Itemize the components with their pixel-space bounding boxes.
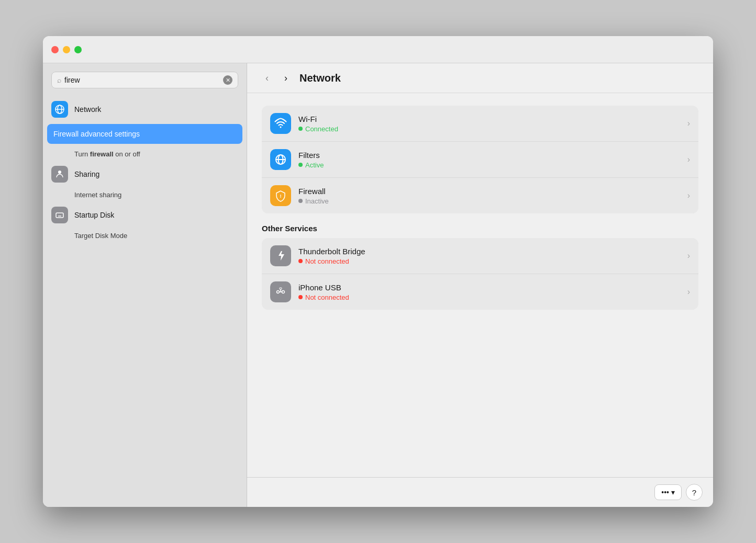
sidebar-item-sharing-label: Sharing [74,170,99,178]
sidebar-subitem-turn-firewall[interactable]: Turn firewall on or off [43,146,247,162]
startup-disk-icon [51,207,68,223]
firewall-status-dot [298,199,303,203]
iphone-usb-chevron-icon: › [687,287,690,297]
network-row-thunderbolt[interactable]: Thunderbolt Bridge Not connected › [262,238,698,274]
main-content: Wi-Fi Connected › [247,93,713,477]
content-area: ⌕ ✕ Network Firewall [43,63,713,507]
firewall-name: Firewall [298,187,687,196]
sidebar-subitem-turn-firewall-label: Turn firewall on or off [74,150,140,158]
search-container: ⌕ ✕ [43,72,247,97]
sidebar-item-sharing[interactable]: Sharing [43,162,247,187]
filters-status-text: Active [305,161,324,169]
svg-rect-4 [56,213,63,218]
close-button[interactable] [51,46,59,53]
wifi-status: Connected [298,125,687,133]
thunderbolt-status: Not connected [298,257,687,265]
search-box[interactable]: ⌕ ✕ [51,72,238,88]
firewall-status: Inactive [298,197,687,205]
sidebar: ⌕ ✕ Network Firewall [43,63,247,507]
main-header: ‹ › Network [247,63,713,93]
iphone-usb-icon [270,281,291,302]
more-options-label: ••• [661,488,669,496]
filters-info: Filters Active [298,151,687,169]
back-button[interactable]: ‹ [260,71,274,85]
main-panel: ‹ › Network [247,63,713,507]
chevron-down-icon: ▾ [671,488,675,496]
minimize-button[interactable] [63,46,70,53]
svg-point-6 [280,127,282,128]
sidebar-subitem-internet-sharing-label: Internet sharing [74,191,121,199]
network-icon [51,101,68,118]
iphone-usb-status: Not connected [298,293,687,301]
thunderbolt-chevron-icon: › [687,251,690,261]
iphone-usb-status-dot [298,295,303,299]
svg-text:!: ! [280,194,282,199]
filters-status: Active [298,161,687,169]
search-icon: ⌕ [57,76,61,84]
svg-point-11 [277,291,280,293]
page-title: Network [299,72,341,84]
sidebar-item-firewall-label: Firewall advanced settings [53,129,140,139]
wifi-info: Wi-Fi Connected [298,115,687,133]
thunderbolt-info: Thunderbolt Bridge Not connected [298,247,687,265]
network-row-iphone-usb[interactable]: iPhone USB Not connected › [262,274,698,310]
iphone-usb-info: iPhone USB Not connected [298,283,687,301]
sidebar-item-firewall-advanced[interactable]: Firewall advanced settings [47,124,242,144]
firewall-icon: ! [270,185,291,206]
forward-button[interactable]: › [279,71,293,85]
svg-point-3 [58,171,61,174]
network-row-firewall[interactable]: ! Firewall Inactive › [262,178,698,213]
sidebar-subitem-internet-sharing[interactable]: Internet sharing [43,187,247,202]
svg-rect-15 [280,288,282,289]
sidebar-item-network-label: Network [74,105,101,114]
thunderbolt-name: Thunderbolt Bridge [298,247,687,256]
help-button[interactable]: ? [686,484,703,501]
sidebar-item-network[interactable]: Network [43,97,247,122]
search-clear-button[interactable]: ✕ [223,75,232,85]
wifi-name: Wi-Fi [298,115,687,123]
sidebar-item-startup-label: Startup Disk [74,211,114,219]
filters-chevron-icon: › [687,155,690,164]
more-options-button[interactable]: ••• ▾ [654,484,682,500]
main-window: ⌕ ✕ Network Firewall [43,36,713,507]
sidebar-item-startup-disk[interactable]: Startup Disk [43,202,247,228]
svg-point-12 [282,291,285,293]
filters-name: Filters [298,151,687,160]
wifi-status-dot [298,127,303,131]
other-services-title: Other Services [262,224,698,233]
thunderbolt-icon [270,245,291,266]
titlebar [43,36,713,63]
sidebar-subitem-target-disk[interactable]: Target Disk Mode [43,228,247,243]
firewall-chevron-icon: › [687,191,690,200]
filters-status-dot [298,163,303,167]
thunderbolt-status-dot [298,259,303,263]
sidebar-subitem-target-disk-label: Target Disk Mode [74,232,127,240]
firewall-info: Firewall Inactive [298,187,687,205]
wifi-status-text: Connected [305,125,338,133]
network-row-filters[interactable]: Filters Active › [262,142,698,178]
wifi-icon [270,113,291,134]
help-label: ? [692,488,696,497]
sharing-icon [51,166,68,183]
search-input[interactable] [64,76,220,84]
traffic-lights [51,46,82,53]
iphone-usb-status-text: Not connected [305,293,349,301]
filters-icon [270,149,291,170]
iphone-usb-name: iPhone USB [298,283,687,292]
maximize-button[interactable] [74,46,82,53]
firewall-status-text: Inactive [305,197,329,205]
other-services-group: Thunderbolt Bridge Not connected › [262,238,698,310]
wifi-chevron-icon: › [687,119,690,128]
selected-item-wrap: Firewall advanced settings [43,122,247,146]
network-items-group: Wi-Fi Connected › [262,106,698,213]
network-row-wifi[interactable]: Wi-Fi Connected › [262,106,698,142]
bottom-bar: ••• ▾ ? [247,477,713,507]
thunderbolt-status-text: Not connected [305,257,349,265]
